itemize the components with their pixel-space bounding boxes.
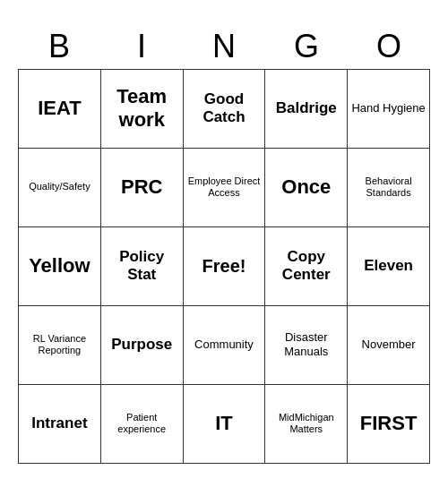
bingo-cell: IEAT — [19, 70, 101, 149]
cell-text: Hand Hygiene — [351, 101, 425, 115]
cell-text: Free! — [202, 255, 246, 277]
cell-text: Team work — [105, 85, 179, 132]
cell-text: RL Variance Reporting — [22, 333, 97, 356]
cell-text: Policy Stat — [105, 248, 179, 285]
bingo-cell: Community — [184, 306, 266, 385]
bingo-cell: Intranet — [19, 385, 101, 464]
bingo-cell: Yellow — [19, 227, 101, 306]
bingo-cell: Good Catch — [184, 70, 266, 149]
cell-text: Employee Direct Access — [187, 175, 262, 199]
bingo-cell: IT — [184, 385, 266, 464]
bingo-cell: PRC — [101, 149, 184, 227]
header-letter: B — [18, 24, 100, 69]
cell-text: MidMichigan Matters — [269, 412, 343, 435]
bingo-cell: FIRST — [348, 385, 430, 464]
bingo-cell: Eleven — [348, 227, 430, 306]
header-letter: G — [265, 24, 348, 69]
header-letter: N — [183, 24, 265, 69]
bingo-cell: MidMichigan Matters — [265, 385, 348, 464]
cell-text: Disaster Manuals — [269, 330, 343, 358]
cell-text: Good Catch — [187, 90, 262, 127]
bingo-grid: IEATTeam workGood CatchBaldrigeHand Hygi… — [18, 69, 430, 464]
cell-text: Yellow — [29, 254, 90, 278]
bingo-cell: Once — [265, 149, 348, 227]
bingo-cell: Employee Direct Access — [184, 149, 266, 227]
bingo-header: BINGO — [18, 24, 430, 69]
bingo-cell: Purpose — [101, 306, 184, 385]
cell-text: Quality/Safety — [29, 181, 90, 192]
bingo-cell: Team work — [101, 70, 184, 149]
cell-text: PRC — [121, 175, 162, 199]
cell-text: IT — [215, 412, 233, 435]
cell-text: Community — [194, 337, 254, 352]
bingo-cell: Baldrige — [265, 70, 348, 149]
cell-text: Behavioral Standards — [351, 175, 426, 199]
bingo-cell: Hand Hygiene — [348, 70, 430, 149]
cell-text: Patient experience — [105, 412, 179, 435]
bingo-cell: Disaster Manuals — [265, 306, 348, 385]
cell-text: Intranet — [31, 414, 87, 432]
bingo-cell: Policy Stat — [101, 227, 184, 306]
bingo-cell: Free! — [184, 227, 266, 306]
cell-text: IEAT — [38, 97, 81, 120]
header-letter: O — [348, 24, 430, 69]
bingo-cell: Behavioral Standards — [348, 149, 430, 227]
cell-text: Purpose — [111, 336, 172, 354]
cell-text: Eleven — [364, 257, 413, 275]
cell-text: Once — [281, 175, 331, 199]
bingo-cell: Copy Center — [265, 227, 348, 306]
cell-text: Baldrige — [276, 99, 337, 117]
cell-text: November — [362, 337, 416, 352]
cell-text: Copy Center — [269, 248, 343, 285]
cell-text: FIRST — [360, 412, 418, 435]
bingo-cell: November — [348, 306, 430, 385]
bingo-cell: RL Variance Reporting — [19, 306, 101, 385]
header-letter: I — [100, 24, 183, 69]
bingo-cell: Patient experience — [101, 385, 184, 464]
bingo-cell: Quality/Safety — [19, 149, 101, 227]
bingo-card: BINGO IEATTeam workGood CatchBaldrigeHan… — [9, 15, 439, 473]
